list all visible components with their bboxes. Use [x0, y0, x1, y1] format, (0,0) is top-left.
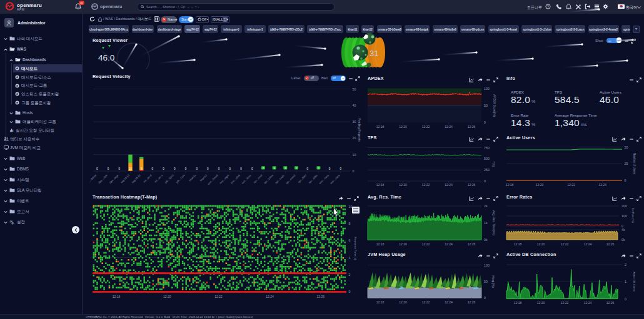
svg-text:0: 0 — [218, 167, 220, 170]
svg-text:0: 0 — [484, 120, 486, 124]
svg-text:250: 250 — [484, 168, 490, 172]
svg-text:12:22: 12:22 — [422, 242, 430, 246]
svg-text:onn...x9v6: onn...x9v6 — [230, 174, 241, 185]
svg-text:12:24: 12:24 — [445, 300, 453, 304]
svg-text:eap74-22: eap74-22 — [131, 174, 142, 184]
svg-text:Heap (%): Heap (%) — [491, 275, 495, 288]
svg-text:100: 100 — [484, 263, 490, 267]
svg-text:spr...nww2: spr...nww2 — [285, 174, 296, 185]
svg-text:2: 2 — [318, 167, 319, 170]
svg-text:12:20: 12:20 — [537, 301, 545, 305]
svg-text:12:26: 12:26 — [468, 242, 476, 246]
svg-text:0: 0 — [329, 167, 331, 170]
svg-text:3: 3 — [273, 167, 275, 170]
svg-text:0: 0 — [163, 167, 164, 170]
svg-text:0: 0 — [484, 179, 486, 183]
svg-text:0: 0 — [229, 167, 231, 170]
svg-text:0: 0 — [108, 167, 109, 170]
svg-text:2: 2 — [263, 167, 264, 170]
svg-text:12:20: 12:20 — [399, 183, 407, 187]
svg-text:50: 50 — [353, 87, 356, 91]
svg-text:12:18: 12:18 — [376, 300, 385, 304]
svg-text:khan11: khan11 — [188, 174, 197, 182]
svg-text:spr...f847: spr...f847 — [297, 174, 307, 184]
svg-text:100: 100 — [621, 214, 627, 218]
svg-text:0: 0 — [349, 290, 351, 293]
svg-text:50: 50 — [484, 280, 488, 283]
svg-text:25: 25 — [625, 162, 628, 165]
svg-text:0: 0 — [185, 167, 187, 170]
svg-text:1k: 1k — [484, 221, 488, 225]
svg-text:12:22: 12:22 — [561, 242, 569, 246]
svg-text:12:22: 12:22 — [561, 301, 569, 305]
svg-text:12:22: 12:22 — [567, 183, 575, 187]
svg-text:4k: 4k — [621, 228, 625, 232]
svg-text:inf...an-1: inf...an-1 — [154, 174, 164, 184]
svg-text:0: 0 — [625, 179, 626, 182]
svg-text:0: 0 — [353, 169, 355, 173]
svg-text:0: 0 — [306, 167, 308, 170]
svg-text:0: 0 — [484, 296, 486, 300]
svg-text:12:24: 12:24 — [445, 125, 453, 129]
svg-text:das...-dev: das...-dev — [98, 174, 108, 184]
svg-text:TPS: TPS — [491, 162, 495, 167]
svg-text:10: 10 — [353, 153, 356, 157]
svg-text:12:20: 12:20 — [163, 295, 171, 298]
svg-text:4: 4 — [349, 256, 351, 260]
svg-text:2: 2 — [296, 167, 298, 170]
svg-text:12:20: 12:20 — [536, 183, 544, 187]
svg-text:12:18: 12:18 — [113, 295, 121, 298]
svg-text:12:20: 12:20 — [399, 242, 407, 246]
svg-text:12:24: 12:24 — [445, 183, 453, 187]
svg-text:khan12: khan12 — [199, 174, 208, 182]
svg-text:0: 0 — [119, 167, 121, 170]
svg-text:12:20: 12:20 — [537, 242, 545, 246]
svg-text:12:18: 12:18 — [376, 242, 385, 246]
svg-text:0: 0 — [174, 167, 176, 170]
svg-text:3: 3 — [284, 167, 286, 170]
svg-text:12:22: 12:22 — [422, 183, 430, 187]
svg-text:...-84rzz: ...-84rzz — [88, 174, 98, 183]
svg-text:spr...nxwl: spr...nxwl — [253, 174, 263, 184]
svg-text:12:24: 12:24 — [445, 242, 453, 246]
svg-text:12:18: 12:18 — [376, 125, 385, 129]
svg-text:2: 2 — [625, 263, 626, 267]
svg-text:wm-...nara: wm-...nara — [318, 174, 330, 185]
svg-text:0: 0 — [621, 224, 623, 228]
svg-text:12:18: 12:18 — [514, 242, 522, 246]
svg-text:12:20: 12:20 — [399, 125, 407, 129]
svg-text:12:26: 12:26 — [468, 183, 476, 187]
svg-text:12:24: 12:24 — [584, 242, 592, 246]
svg-text:0: 0 — [251, 167, 253, 170]
svg-text:0k: 0k — [484, 238, 488, 242]
svg-text:0: 0 — [196, 167, 198, 170]
svg-text:wm-...nara: wm-...nara — [330, 174, 341, 185]
svg-text:12:26: 12:26 — [468, 125, 476, 129]
svg-text:Response Time (s): Response Time (s) — [354, 237, 357, 260]
svg-text:12:26: 12:26 — [606, 242, 615, 246]
svg-text:12:26: 12:26 — [468, 300, 476, 304]
svg-text:0: 0 — [152, 167, 154, 170]
svg-text:12:22: 12:22 — [422, 125, 430, 129]
svg-text:12:26: 12:26 — [606, 301, 615, 305]
svg-text:12:24: 12:24 — [266, 295, 274, 298]
svg-text:jdk...55c2: jdk...55c2 — [164, 174, 175, 185]
svg-text:Number of Users: Number of Users — [633, 153, 636, 175]
svg-text:onn...mjpk: onn...mjpk — [219, 174, 230, 185]
svg-text:12:20: 12:20 — [399, 300, 407, 304]
svg-text:eap74-12: eap74-12 — [120, 174, 131, 184]
svg-text:0: 0 — [207, 167, 209, 170]
svg-text:0: 0 — [96, 167, 98, 170]
svg-text:inf...an-0: inf...an-0 — [143, 174, 153, 184]
svg-text:750: 750 — [484, 146, 490, 150]
svg-text:12:24: 12:24 — [584, 301, 592, 305]
svg-text:40: 40 — [353, 104, 356, 107]
svg-text:10: 10 — [349, 205, 353, 209]
svg-text:spr...cwzn: spr...cwzn — [274, 174, 285, 184]
svg-text:Active DB Conns: Active DB Conns — [633, 272, 636, 292]
svg-text:50: 50 — [625, 145, 628, 149]
svg-text:12:18: 12:18 — [376, 183, 385, 187]
svg-text:12:18: 12:18 — [514, 301, 522, 305]
svg-text:2k: 2k — [484, 204, 488, 208]
svg-text:2: 2 — [349, 273, 351, 277]
